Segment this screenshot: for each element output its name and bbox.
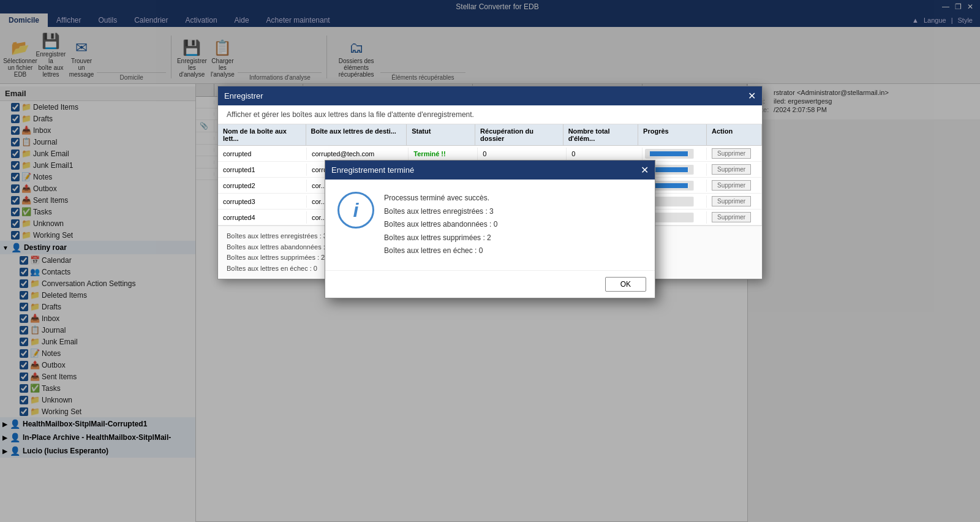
col-recup: Récupération du dossier — [475, 124, 564, 145]
enregistrer-close-button[interactable]: ✕ — [748, 90, 756, 102]
success-line: Boîtes aux lettres supprimées : 2 — [384, 232, 497, 245]
success-line: Processus terminé avec succès. — [384, 192, 497, 205]
col-statut: Statut — [407, 124, 475, 145]
supprimer-button[interactable]: Supprimer — [712, 164, 751, 175]
enregistrer-title: Enregistrer — [224, 91, 263, 100]
success-icon-circle: i — [337, 192, 374, 229]
col-dest: Boîte aux lettres de desti... — [306, 124, 407, 145]
success-text: Processus terminé avec succès.Boîtes aux… — [384, 192, 497, 258]
action-col: Supprimer — [707, 178, 762, 193]
enregistrer-subtitle: Afficher et gérer les boîtes aux lettres… — [218, 105, 762, 124]
total-cell: 0 — [567, 148, 643, 160]
modal-overlay: Enregistrer ✕ Afficher et gérer les boît… — [0, 0, 980, 522]
col-action: Action — [707, 124, 762, 145]
success-titlebar: Enregistrement terminé ✕ — [325, 161, 655, 180]
name-cell: corrupted3 — [218, 195, 307, 208]
name-cell: corrupted4 — [218, 211, 307, 224]
success-close-button[interactable]: ✕ — [641, 164, 649, 176]
supprimer-button[interactable]: Supprimer — [712, 212, 751, 222]
status-cell: Terminé !! — [413, 150, 445, 157]
supprimer-button[interactable]: Supprimer — [712, 196, 751, 206]
progress-bar — [645, 149, 694, 159]
enregistrer-dialog: Enregistrer ✕ Afficher et gérer les boît… — [217, 86, 763, 279]
progress-fill — [650, 151, 688, 156]
progress-fill — [650, 183, 688, 188]
ok-button[interactable]: OK — [605, 277, 646, 292]
info-icon: i — [353, 199, 359, 222]
col-nom: Nom de la boîte aux lett... — [218, 124, 306, 145]
enregistrer-table-header: Nom de la boîte aux lett... Boîte aux le… — [218, 124, 762, 146]
dest-cell: corrupted@tech.com — [307, 148, 409, 160]
success-line: Boîtes aux lettres abandonnées : 0 — [384, 218, 497, 232]
success-body: i Processus terminé avec succès.Boîtes a… — [325, 180, 655, 270]
action-col: Supprimer — [707, 162, 762, 177]
name-cell: corrupted2 — [218, 180, 307, 192]
success-dialog: Enregistrement terminé ✕ i Processus ter… — [325, 160, 655, 298]
success-footer: OK — [325, 270, 655, 298]
action-col: Supprimer — [707, 146, 762, 161]
col-total: Nombre total d'élém... — [564, 124, 638, 145]
supprimer-button[interactable]: Supprimer — [712, 180, 751, 191]
success-line: Boîtes aux lettres enregistrées : 3 — [384, 205, 497, 219]
name-cell: corrupted1 — [218, 164, 307, 176]
success-title: Enregistrement terminé — [331, 165, 414, 175]
supprimer-button[interactable]: Supprimer — [712, 148, 751, 159]
action-col: Supprimer — [707, 194, 762, 209]
name-cell: corrupted — [218, 148, 307, 160]
col-progres: Progrès — [638, 124, 707, 145]
success-line: Boîtes aux lettres en échec : 0 — [384, 244, 497, 258]
progress-fill — [650, 167, 688, 172]
enregistrer-titlebar: Enregistrer ✕ — [218, 86, 762, 105]
status-col: Terminé !! — [409, 148, 478, 160]
folder-rec-cell: 0 — [478, 148, 567, 160]
progress-col — [643, 148, 707, 160]
action-col: Supprimer — [707, 210, 762, 225]
